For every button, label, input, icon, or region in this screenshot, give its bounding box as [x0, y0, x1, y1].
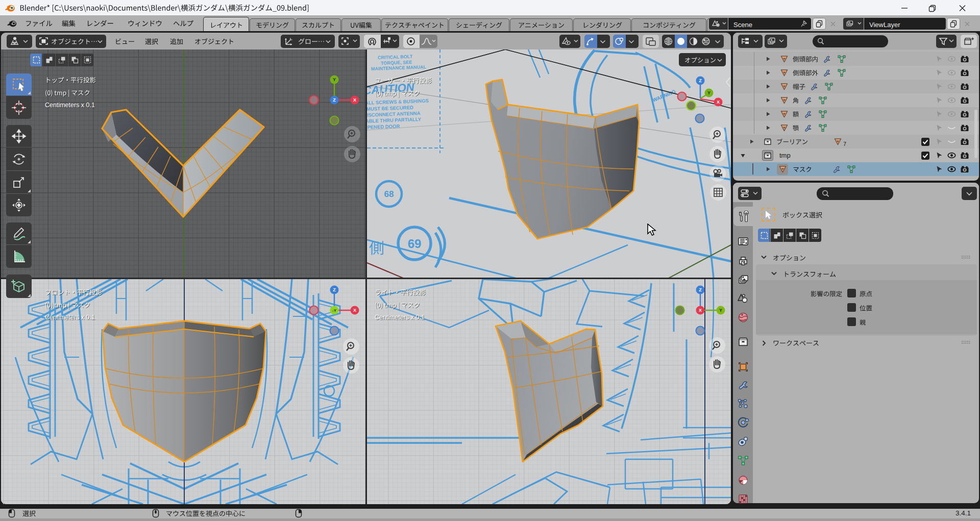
- svg-text:X: X: [353, 97, 356, 103]
- svg-text:Z: Z: [699, 78, 702, 83]
- svg-text:CABLE THRU PARTIALLY: CABLE THRU PARTIALLY: [367, 116, 422, 124]
- svg-text:Z: Z: [333, 287, 336, 292]
- svg-text:68: 68: [384, 189, 394, 199]
- svg-text:X: X: [717, 100, 720, 105]
- svg-text:Y: Y: [707, 90, 710, 95]
- svg-text:-Y: -Y: [332, 308, 337, 313]
- svg-text:OPENED DOOR: OPENED DOOR: [367, 123, 400, 130]
- svg-text:MAINTENANCE MANUAL: MAINTENANCE MANUAL: [371, 64, 427, 71]
- svg-text:69: 69: [408, 237, 422, 251]
- svg-text:Y: Y: [719, 308, 722, 313]
- svg-text:X: X: [699, 308, 702, 313]
- svg-text:Z: Z: [699, 287, 702, 292]
- svg-text:ALL SCREWS & BUSHINGS: ALL SCREWS & BUSHINGS: [367, 98, 429, 106]
- svg-text:CRITICAL BOLT: CRITICAL BOLT: [378, 54, 413, 60]
- svg-text:X: X: [353, 308, 356, 313]
- svg-text:Z: Z: [333, 97, 336, 103]
- svg-text:Y: Y: [333, 77, 336, 82]
